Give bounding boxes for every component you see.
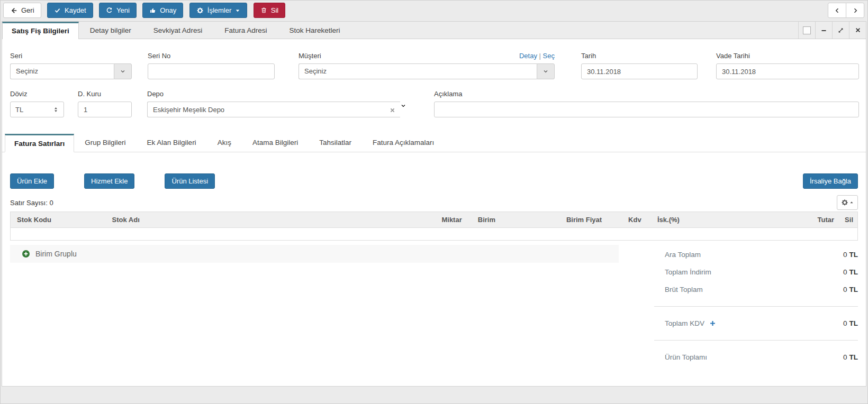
tarih-input[interactable] [581, 63, 698, 79]
total-row-brut-toplam: Brüt Toplam 0TL [654, 281, 858, 298]
musteri-label: Müşteri [299, 52, 321, 60]
grid-meta-row: Satır Sayısı: 0 [10, 195, 858, 210]
grid-settings-button[interactable] [837, 195, 858, 210]
depo-input[interactable] [147, 102, 400, 117]
add-service-label: Hizmet Ekle [91, 178, 128, 185]
unit-group-toggle[interactable]: Birim Gruplu [10, 245, 619, 263]
col-birim-fiyat: Birim Fiyat [523, 216, 602, 224]
previous-record-button[interactable] [828, 3, 846, 18]
thumbs-up-icon [149, 7, 156, 14]
line-actions: Ürün Ekle Hizmet Ekle Ürün Listesi İrsal… [10, 173, 858, 189]
tab-fatura-aciklamalari[interactable]: Fatura Açıklamaları [362, 133, 445, 152]
seri-no-input[interactable] [148, 63, 275, 79]
grid-empty-body [11, 228, 857, 240]
doviz-kuru-input[interactable] [78, 102, 132, 117]
tab-sevkiyat-adresi[interactable]: Sevkiyat Adresi [142, 22, 213, 39]
next-record-button[interactable] [846, 3, 864, 18]
tab-label: Akış [218, 139, 231, 146]
tab-atama-bilgileri[interactable]: Atama Bilgileri [242, 133, 309, 152]
chevron-down-icon [120, 68, 126, 75]
seri-label: Seri [10, 52, 132, 60]
musteri-sec-link[interactable]: Seç [543, 52, 555, 60]
back-button[interactable]: Geri [3, 3, 41, 18]
total-value: 0TL [843, 268, 858, 276]
musteri-dropdown-toggle[interactable] [537, 63, 555, 79]
sales-slip-panel: Seri Seçiniz Seri No Müşteri Detay | [2, 39, 866, 387]
close-button[interactable] [849, 22, 866, 39]
save-label: Kaydet [65, 7, 86, 14]
save-button[interactable]: Kaydet [47, 3, 93, 18]
col-stok-kodu: Stok Kodu [11, 216, 106, 224]
delete-label: Sil [271, 7, 278, 14]
seri-dropdown-toggle[interactable] [114, 63, 132, 79]
musteri-links: Detay | Seç [519, 52, 555, 60]
tab-fatura-satirlari[interactable]: Fatura Satırları [5, 134, 74, 152]
tab-label: Fatura Satırları [14, 140, 65, 148]
minimize-button[interactable] [815, 22, 832, 39]
chevron-right-icon [852, 7, 858, 14]
row-count-text: Satır Sayısı: 0 [10, 199, 53, 210]
vade-tarihi-label: Vade Tarihi [716, 52, 859, 60]
window-tabstrip: Satış Fiş Bilgileri Detay bilgiler Sevki… [2, 21, 866, 39]
new-button[interactable]: Yeni [99, 3, 137, 18]
updown-arrows-icon [53, 106, 59, 113]
tab-label: Atama Bilgileri [252, 139, 298, 146]
col-birim: Birim [462, 216, 523, 224]
aciklama-input[interactable] [434, 102, 859, 117]
arrow-left-icon [10, 7, 17, 14]
doviz-select[interactable]: TL [10, 102, 64, 117]
tab-label: Detay bilgiler [90, 26, 131, 34]
tab-label: Grup Bilgileri [85, 139, 125, 146]
link-waybill-button[interactable]: İrsaliye Bağla [803, 173, 858, 189]
total-value: 0TL [843, 353, 858, 361]
add-product-button[interactable]: Ürün Ekle [10, 173, 54, 189]
expand-icon [837, 27, 844, 34]
tab-ek-alan-bilgileri[interactable]: Ek Alan Bilgileri [137, 133, 207, 152]
chevron-left-icon [834, 7, 840, 14]
detail-tabstrip: Fatura Satırları Grup Bilgileri Ek Alan … [2, 133, 866, 152]
doviz-label: Döviz [10, 90, 64, 98]
depo-label: Depo [147, 90, 418, 98]
expand-button[interactable] [832, 22, 849, 39]
depo-dropdown-toggle[interactable] [400, 102, 418, 117]
total-value: 0TL [843, 319, 858, 327]
tab-akis[interactable]: Akış [207, 133, 242, 152]
delete-button[interactable]: Sil [254, 3, 285, 18]
trash-icon [260, 7, 267, 14]
tab-label: Satış Fiş Bilgileri [12, 27, 69, 35]
chevron-down-icon [542, 68, 549, 75]
tab-fatura-adresi[interactable]: Fatura Adresi [213, 22, 278, 39]
gear-icon [196, 7, 204, 14]
tab-satis-fis-bilgileri[interactable]: Satış Fiş Bilgileri [2, 22, 79, 39]
approve-button[interactable]: Onay [142, 3, 183, 18]
tab-grup-bilgileri[interactable]: Grup Bilgileri [74, 133, 136, 152]
operations-button[interactable]: İşlemler [189, 3, 248, 18]
product-list-label: Ürün Listesi [171, 178, 208, 185]
depo-clear-button[interactable] [390, 106, 395, 115]
total-value: 0TL [843, 286, 858, 293]
window-controls [798, 22, 866, 39]
tab-tahsilatlar[interactable]: Tahsilatlar [309, 133, 362, 152]
tarih-label: Tarih [581, 52, 698, 60]
total-label: Toplam İndirim [665, 268, 711, 276]
musteri-detay-link[interactable]: Detay [519, 52, 537, 60]
col-stok-adi: Stok Adı [106, 216, 422, 224]
product-list-button[interactable]: Ürün Listesi [165, 173, 215, 189]
close-icon [855, 27, 861, 33]
tab-stok-hareketleri[interactable]: Stok Hareketleri [278, 22, 351, 39]
lines-area: Birim Gruplu Ara Toplam 0TL Toplam İndir… [10, 245, 858, 382]
add-service-button[interactable]: Hizmet Ekle [84, 173, 134, 189]
tab-label: Fatura Açıklamaları [373, 139, 434, 146]
approve-label: Onay [160, 7, 176, 14]
vade-tarihi-input[interactable] [716, 63, 859, 79]
totals-divider [654, 340, 858, 341]
restore-button[interactable] [798, 22, 815, 39]
add-kdv-icon[interactable] [709, 320, 716, 327]
caret-down-icon [235, 8, 240, 13]
musteri-select[interactable]: Seçiniz [299, 63, 555, 79]
totals-divider [654, 306, 858, 307]
form-row-2: Döviz TL D. Kuru Depo [10, 90, 858, 117]
tab-detay-bilgiler[interactable]: Detay bilgiler [79, 22, 142, 39]
record-pager [828, 3, 864, 18]
seri-select[interactable]: Seçiniz [10, 63, 132, 79]
